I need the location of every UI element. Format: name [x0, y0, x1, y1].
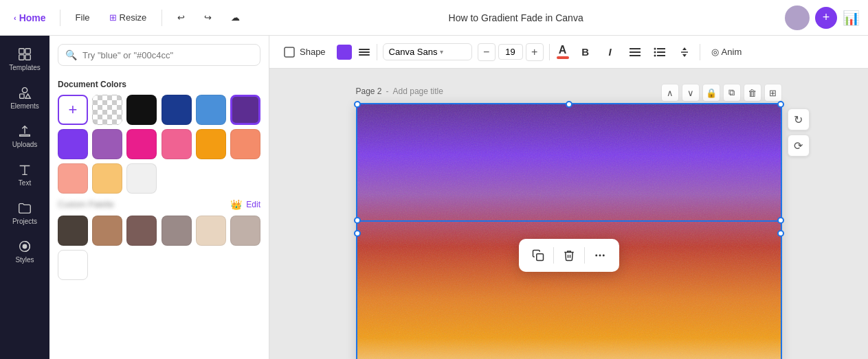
color-swatch-pink[interactable] — [126, 129, 157, 159]
sidebar-item-text[interactable]: Text — [3, 157, 47, 192]
shape-color-picker[interactable] — [337, 45, 352, 60]
svg-rect-9 — [285, 47, 294, 57]
page-add-button[interactable]: ⊞ — [764, 84, 782, 102]
file-button[interactable]: File — [69, 10, 97, 25]
color-swatch-blue[interactable] — [196, 95, 226, 125]
cloud-icon: ☁ — [231, 12, 240, 23]
analytics-icon[interactable]: 📊 — [843, 10, 860, 26]
sidebar-item-label: Templates — [9, 64, 41, 71]
canvas-scroll[interactable]: Page 2 - Add page title ∧ ∨ 🔒 ⧉ 🗑 ⊞ — [269, 69, 868, 359]
chevron-down-icon: ▾ — [440, 48, 443, 56]
page-copy-button[interactable]: ⧉ — [723, 84, 741, 102]
add-color-button[interactable]: + — [58, 95, 88, 125]
palette-swatch-1[interactable] — [58, 216, 88, 246]
palette-swatch-4[interactable] — [162, 216, 192, 246]
increase-size-button[interactable]: + — [526, 43, 544, 61]
text-color-button[interactable]: A — [555, 43, 570, 60]
canvas-page-wrapper: Page 2 - Add page title ∧ ∨ 🔒 ⧉ 🗑 ⊞ — [356, 103, 782, 345]
color-swatch-orange[interactable] — [196, 129, 226, 159]
document-colors-title: Document Colors — [58, 80, 260, 89]
search-box[interactable]: 🔍 — [58, 44, 260, 66]
palette-swatch-5[interactable] — [196, 216, 226, 246]
color-swatch-peach[interactable] — [92, 163, 122, 194]
decrease-size-button[interactable]: − — [478, 43, 496, 61]
page-lock-button[interactable]: 🔒 — [702, 84, 720, 102]
search-icon: 🔍 — [65, 49, 77, 60]
font-size-control: − + — [478, 43, 544, 61]
font-size-input[interactable] — [498, 44, 523, 60]
bold-button[interactable]: B — [576, 43, 595, 62]
palette-swatch-6[interactable] — [230, 216, 260, 246]
refresh-button[interactable]: ⟳ — [788, 135, 810, 157]
redo-icon: ↪ — [204, 12, 212, 23]
sidebar-item-uploads[interactable]: Uploads — [3, 118, 47, 154]
svg-rect-2 — [19, 55, 24, 60]
add-page-title[interactable]: Add page title — [393, 86, 443, 96]
color-swatch-purple[interactable] — [230, 95, 260, 125]
toolbar-divider-3 — [700, 44, 700, 60]
color-swatch-white[interactable] — [126, 163, 157, 194]
chevron-left-icon: ‹ — [14, 14, 16, 22]
resize-button[interactable]: ⊞ Resize — [102, 10, 154, 25]
transparent-swatch[interactable] — [92, 95, 122, 125]
palette-swatch-2[interactable] — [92, 216, 122, 246]
redo-button[interactable]: ↪ — [197, 10, 219, 25]
search-input[interactable] — [82, 50, 253, 60]
document-title[interactable]: How to Gradient Fade in Canva — [449, 12, 583, 23]
canvas-area: Shape Canva Sans ▾ − + — [269, 36, 868, 359]
palette-swatch-white[interactable] — [58, 250, 88, 280]
color-swatch-salmon[interactable] — [230, 129, 260, 159]
edit-link[interactable]: Edit — [246, 200, 260, 209]
color-swatch-darkblue[interactable] — [162, 95, 192, 125]
spacing-icon — [678, 47, 691, 58]
animate-button[interactable]: ◎ Anim — [706, 44, 748, 60]
context-copy-button[interactable] — [526, 243, 550, 268]
undo-button[interactable]: ↩ — [170, 10, 192, 25]
sidebar-item-templates[interactable]: Templates — [3, 41, 47, 77]
crown-icon: 👑 — [230, 199, 242, 210]
color-swatch-black[interactable] — [126, 95, 157, 125]
home-button[interactable]: ‹ Home — [8, 10, 52, 26]
page-up-button[interactable]: ∧ — [661, 84, 679, 102]
elements-icon — [17, 85, 32, 100]
folder-icon — [17, 200, 32, 216]
list-icon — [654, 47, 666, 57]
font-selector[interactable]: Canva Sans ▾ — [383, 43, 472, 60]
sidebar-item-elements[interactable]: Elements — [3, 80, 47, 115]
shape-style-icon[interactable] — [357, 47, 371, 57]
svg-point-15 — [654, 51, 656, 53]
share-button[interactable]: + — [815, 7, 837, 29]
left-sidebar: Templates Elements Uploads Text — [0, 36, 49, 359]
page-delete-button[interactable]: 🗑 — [744, 84, 761, 102]
italic-button[interactable]: I — [601, 43, 620, 62]
color-swatch-purple2[interactable] — [58, 129, 88, 159]
color-swatch-pink2[interactable] — [162, 129, 192, 159]
align-button[interactable] — [625, 43, 645, 62]
context-menu — [519, 239, 619, 272]
context-more-button[interactable] — [588, 243, 612, 268]
sidebar-item-projects[interactable]: Projects — [3, 195, 47, 231]
sidebar-item-styles[interactable]: Styles — [3, 233, 47, 269]
rotate-button[interactable]: ↻ — [788, 108, 810, 130]
color-swatch-salmon2[interactable] — [58, 163, 88, 194]
svg-rect-5 — [20, 94, 24, 98]
avatar[interactable] — [785, 5, 810, 30]
copy-icon — [532, 249, 544, 262]
sidebar-item-label: Text — [19, 179, 31, 187]
color-swatch-purple3[interactable] — [92, 129, 122, 159]
page-down-button[interactable]: ∨ — [682, 84, 700, 102]
uploads-icon — [17, 124, 32, 139]
rotate-tools: ↻ ⟳ — [788, 108, 810, 157]
trash-icon — [563, 249, 575, 262]
spacing-button[interactable] — [675, 43, 694, 62]
cloud-button[interactable]: ☁ — [224, 10, 247, 25]
context-delete-button[interactable] — [557, 243, 581, 268]
palette-swatch-3[interactable] — [126, 216, 157, 246]
list-button[interactable] — [650, 43, 669, 62]
sidebar-item-label: Styles — [15, 256, 34, 264]
gradient-element[interactable] — [356, 103, 782, 359]
plus-icon: + — [823, 10, 830, 25]
topbar-center: How to Gradient Fade in Canva — [252, 12, 779, 23]
canvas-page[interactable]: ↻ ⟳ — [356, 103, 782, 359]
shape-button[interactable]: Shape — [278, 43, 331, 61]
